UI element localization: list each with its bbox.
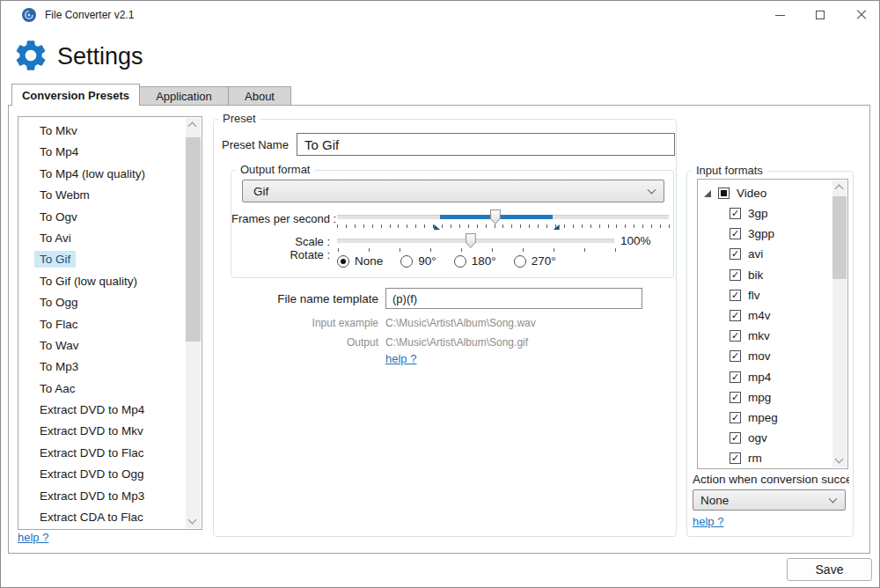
- format-label: avi: [748, 247, 763, 261]
- format-row[interactable]: ✓ogv: [698, 428, 830, 448]
- preset-list-item[interactable]: To Gif (low quality): [18, 271, 186, 292]
- preset-list-item[interactable]: Extract CDA to Flac: [18, 507, 186, 528]
- preset-list-item[interactable]: To Ogv: [18, 207, 186, 228]
- minimize-button[interactable]: [759, 1, 800, 29]
- tab-about[interactable]: About: [229, 86, 291, 106]
- radio-icon: [514, 255, 526, 268]
- format-row[interactable]: ✓3gp: [698, 203, 830, 224]
- format-row[interactable]: ✓flv: [698, 285, 830, 305]
- gear-icon: [12, 37, 49, 74]
- preset-list-item[interactable]: Extract DVD to Mp3: [18, 486, 186, 507]
- preset-list-item[interactable]: To Mp4: [18, 142, 186, 163]
- video-node-label: Video: [737, 187, 766, 200]
- tab-conversion-presets[interactable]: Conversion Presets: [11, 84, 140, 106]
- rotate-options: None 90° 180° 270°: [337, 254, 556, 268]
- scale-slider[interactable]: [337, 233, 614, 249]
- preset-list-item[interactable]: To Aac: [18, 379, 186, 400]
- scale-label: Scale :: [231, 235, 330, 248]
- maximize-button[interactable]: [800, 1, 840, 29]
- output-format-group: Output format Gif Frames per second : Sc…: [231, 170, 674, 278]
- presets-help-link[interactable]: help ?: [18, 531, 48, 544]
- preset-list-item[interactable]: To Mp3: [18, 356, 186, 378]
- scrollbar-thumb[interactable]: [832, 196, 847, 279]
- checkbox-checked-icon[interactable]: ✓: [730, 371, 741, 383]
- output-format-dropdown[interactable]: Gif: [242, 180, 664, 202]
- checkbox-checked-icon[interactable]: ✓: [730, 452, 741, 464]
- tab-content-panel: To MkvTo Mp4To Mp4 (low quality)To WebmT…: [8, 105, 870, 554]
- scrollbar-thumb[interactable]: [186, 137, 201, 342]
- format-label: mkv: [748, 329, 770, 342]
- format-label: bik: [748, 268, 763, 282]
- rotate-option-90[interactable]: 90°: [400, 254, 436, 268]
- close-button[interactable]: [842, 1, 880, 29]
- page-title: Settings: [57, 43, 143, 70]
- preset-list-item[interactable]: To Flac: [18, 314, 186, 335]
- format-row[interactable]: ✓3gpp: [698, 224, 830, 244]
- preset-list-item[interactable]: To Webm: [18, 185, 186, 206]
- app-logo-icon: [21, 7, 37, 23]
- preset-list-item[interactable]: To Wav: [18, 335, 186, 356]
- preset-list-item[interactable]: Extract DVD to Ogg: [18, 464, 186, 485]
- checkbox-checked-icon[interactable]: ✓: [730, 350, 741, 362]
- formats-help-link[interactable]: help ?: [693, 515, 723, 528]
- preset-list-item[interactable]: To Avi: [18, 228, 186, 249]
- format-row[interactable]: ✓avi: [698, 244, 830, 264]
- scroll-down-icon[interactable]: [834, 455, 843, 464]
- close-icon: [856, 10, 867, 20]
- fps-slider[interactable]: [337, 209, 669, 225]
- checkbox-checked-icon[interactable]: ✓: [730, 310, 741, 321]
- tab-application[interactable]: Application: [140, 86, 229, 106]
- fps-slider-thumb[interactable]: [490, 209, 501, 224]
- checkbox-checked-icon[interactable]: ✓: [730, 208, 741, 219]
- scale-slider-thumb[interactable]: [466, 233, 476, 248]
- preset-list-item[interactable]: To Mp4 (low quality): [18, 164, 186, 185]
- conversion-action-label: Action when conversion succe: [693, 473, 849, 486]
- rotate-option-270[interactable]: 270°: [514, 254, 556, 268]
- checkbox-checked-icon[interactable]: ✓: [730, 330, 741, 342]
- preset-list-scrollbar[interactable]: [186, 118, 201, 528]
- checkbox-checked-icon[interactable]: ✓: [730, 228, 741, 239]
- preset-list-item[interactable]: To Ogg: [18, 292, 186, 313]
- format-row[interactable]: ✓mov: [698, 346, 830, 366]
- format-label: mpg: [748, 391, 771, 404]
- checkbox-checked-icon[interactable]: ✓: [730, 290, 741, 301]
- checkbox-checked-icon[interactable]: ✓: [730, 269, 741, 281]
- format-row[interactable]: ✓mpeg: [698, 408, 830, 428]
- preset-list-item[interactable]: To Gif: [18, 249, 186, 270]
- app-window: File Converter v2.1 Settings Conversion …: [0, 0, 880, 588]
- input-formats-tree[interactable]: Video ✓3gp✓3gpp✓avi✓bik✓flv✓m4v✓mkv✓mov✓…: [697, 179, 848, 469]
- preset-list-item[interactable]: Extract DVD to Mp4: [18, 400, 186, 421]
- checkbox-checked-icon[interactable]: ✓: [730, 432, 741, 444]
- save-button[interactable]: Save: [787, 558, 872, 581]
- preset-name-input[interactable]: [297, 133, 675, 156]
- formats-scrollbar[interactable]: [832, 180, 847, 467]
- preset-list-item[interactable]: To Mkv: [18, 121, 186, 142]
- checkbox-checked-icon[interactable]: ✓: [730, 248, 741, 260]
- scroll-down-icon[interactable]: [188, 516, 197, 525]
- conversion-action-dropdown[interactable]: None: [693, 489, 846, 511]
- chevron-down-icon: [648, 186, 656, 195]
- preset-group: Preset Preset Name Output format Gif Fra…: [213, 119, 677, 537]
- checkbox-checked-icon[interactable]: ✓: [730, 412, 741, 423]
- format-row[interactable]: ✓mkv: [698, 326, 830, 346]
- format-row[interactable]: ✓m4v: [698, 305, 830, 326]
- format-row[interactable]: ✓mp4: [698, 367, 830, 387]
- preset-list-items: To MkvTo Mp4To Mp4 (low quality)To WebmT…: [18, 121, 186, 528]
- preset-list-item[interactable]: Extract DVD to Flac: [18, 443, 186, 464]
- video-tree-node[interactable]: Video: [698, 183, 766, 203]
- preset-list[interactable]: To MkvTo Mp4To Mp4 (low quality)To WebmT…: [18, 116, 202, 530]
- format-row[interactable]: ✓mpg: [698, 387, 830, 408]
- rotate-option-180[interactable]: 180°: [454, 254, 496, 268]
- format-row[interactable]: ✓bik: [698, 265, 830, 285]
- rotate-option-none[interactable]: None: [337, 254, 383, 268]
- scroll-up-icon[interactable]: [834, 185, 843, 194]
- checkbox-checked-icon[interactable]: ✓: [730, 392, 741, 403]
- template-help-link[interactable]: help ?: [385, 352, 416, 365]
- format-row[interactable]: ✓rm: [698, 448, 830, 468]
- preset-list-item[interactable]: Extract DVD to Mkv: [18, 421, 186, 442]
- format-label: m4v: [748, 309, 771, 322]
- expander-expanded-icon[interactable]: [704, 190, 711, 197]
- checkbox-indeterminate-icon[interactable]: [718, 187, 730, 199]
- file-name-template-input[interactable]: [385, 288, 642, 309]
- scroll-up-icon[interactable]: [188, 122, 197, 131]
